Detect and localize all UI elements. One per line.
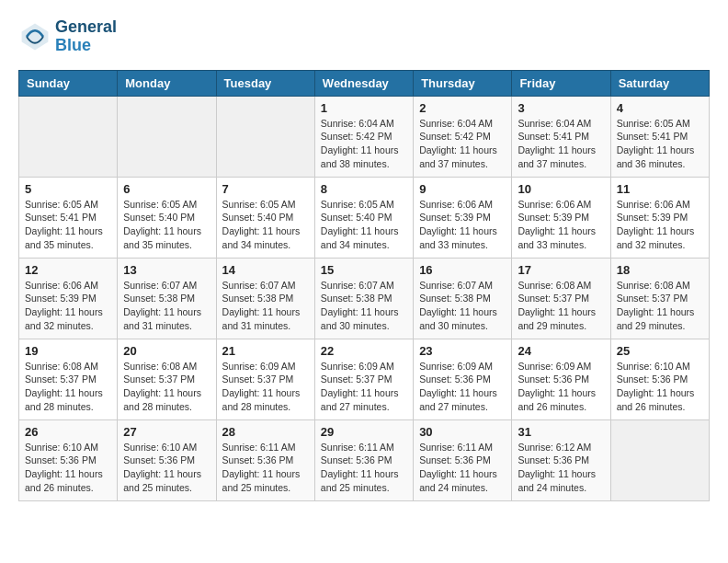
day-number: 3 bbox=[518, 101, 604, 115]
day-number: 31 bbox=[518, 425, 604, 439]
calendar-cell: 6Sunrise: 6:05 AMSunset: 5:40 PMDaylight… bbox=[118, 177, 216, 258]
day-number: 14 bbox=[222, 263, 309, 277]
calendar-cell: 22Sunrise: 6:09 AMSunset: 5:37 PMDayligh… bbox=[314, 339, 413, 419]
day-info: Sunrise: 6:10 AMSunset: 5:36 PMDaylight:… bbox=[617, 360, 703, 414]
day-number: 20 bbox=[123, 344, 210, 358]
calendar-cell: 16Sunrise: 6:07 AMSunset: 5:38 PMDayligh… bbox=[414, 258, 512, 339]
calendar-cell: 5Sunrise: 6:05 AMSunset: 5:41 PMDaylight… bbox=[19, 177, 118, 258]
day-info: Sunrise: 6:05 AMSunset: 5:41 PMDaylight:… bbox=[617, 117, 703, 171]
day-info: Sunrise: 6:09 AMSunset: 5:37 PMDaylight:… bbox=[321, 360, 407, 414]
calendar-cell: 11Sunrise: 6:06 AMSunset: 5:39 PMDayligh… bbox=[610, 177, 709, 258]
calendar-cell: 19Sunrise: 6:08 AMSunset: 5:37 PMDayligh… bbox=[19, 339, 118, 419]
day-info: Sunrise: 6:06 AMSunset: 5:39 PMDaylight:… bbox=[617, 198, 703, 252]
calendar-cell: 23Sunrise: 6:09 AMSunset: 5:36 PMDayligh… bbox=[414, 339, 512, 419]
day-number: 13 bbox=[123, 263, 210, 277]
calendar-cell: 26Sunrise: 6:10 AMSunset: 5:36 PMDayligh… bbox=[19, 419, 118, 500]
calendar-cell: 30Sunrise: 6:11 AMSunset: 5:36 PMDayligh… bbox=[414, 419, 512, 500]
weekday-header-thursday: Thursday bbox=[414, 70, 512, 96]
day-info: Sunrise: 6:09 AMSunset: 5:36 PMDaylight:… bbox=[419, 360, 506, 414]
day-info: Sunrise: 6:04 AMSunset: 5:42 PMDaylight:… bbox=[419, 117, 506, 171]
weekday-header-sunday: Sunday bbox=[19, 70, 118, 96]
day-info: Sunrise: 6:06 AMSunset: 5:39 PMDaylight:… bbox=[518, 198, 604, 252]
calendar-cell: 2Sunrise: 6:04 AMSunset: 5:42 PMDaylight… bbox=[414, 96, 512, 177]
day-info: Sunrise: 6:04 AMSunset: 5:42 PMDaylight:… bbox=[321, 117, 407, 171]
day-number: 22 bbox=[321, 344, 407, 358]
calendar-week-5: 26Sunrise: 6:10 AMSunset: 5:36 PMDayligh… bbox=[19, 419, 710, 500]
day-number: 10 bbox=[518, 182, 604, 196]
calendar-cell bbox=[19, 96, 118, 177]
day-info: Sunrise: 6:06 AMSunset: 5:39 PMDaylight:… bbox=[419, 198, 506, 252]
day-number: 4 bbox=[617, 101, 703, 115]
day-info: Sunrise: 6:11 AMSunset: 5:36 PMDaylight:… bbox=[321, 441, 407, 495]
logo-text: General Blue bbox=[55, 18, 117, 55]
calendar-cell: 24Sunrise: 6:09 AMSunset: 5:36 PMDayligh… bbox=[512, 339, 610, 419]
calendar-cell: 3Sunrise: 6:04 AMSunset: 5:41 PMDaylight… bbox=[512, 96, 610, 177]
day-info: Sunrise: 6:11 AMSunset: 5:36 PMDaylight:… bbox=[419, 441, 506, 495]
calendar-cell: 14Sunrise: 6:07 AMSunset: 5:38 PMDayligh… bbox=[216, 258, 314, 339]
calendar-cell: 17Sunrise: 6:08 AMSunset: 5:37 PMDayligh… bbox=[512, 258, 610, 339]
calendar-cell: 12Sunrise: 6:06 AMSunset: 5:39 PMDayligh… bbox=[19, 258, 118, 339]
page-header: General Blue bbox=[18, 18, 710, 55]
day-info: Sunrise: 6:08 AMSunset: 5:37 PMDaylight:… bbox=[617, 279, 703, 333]
calendar-cell: 15Sunrise: 6:07 AMSunset: 5:38 PMDayligh… bbox=[314, 258, 413, 339]
calendar-cell: 25Sunrise: 6:10 AMSunset: 5:36 PMDayligh… bbox=[610, 339, 709, 419]
weekday-header-wednesday: Wednesday bbox=[314, 70, 413, 96]
svg-marker-0 bbox=[22, 23, 49, 50]
day-info: Sunrise: 6:10 AMSunset: 5:36 PMDaylight:… bbox=[123, 441, 210, 495]
calendar-cell: 27Sunrise: 6:10 AMSunset: 5:36 PMDayligh… bbox=[118, 419, 216, 500]
calendar-cell: 7Sunrise: 6:05 AMSunset: 5:40 PMDaylight… bbox=[216, 177, 314, 258]
day-number: 17 bbox=[518, 263, 604, 277]
day-info: Sunrise: 6:11 AMSunset: 5:36 PMDaylight:… bbox=[222, 441, 309, 495]
calendar-week-2: 5Sunrise: 6:05 AMSunset: 5:41 PMDaylight… bbox=[19, 177, 710, 258]
calendar-table: SundayMondayTuesdayWednesdayThursdayFrid… bbox=[18, 70, 710, 501]
weekday-header-friday: Friday bbox=[512, 70, 610, 96]
day-info: Sunrise: 6:08 AMSunset: 5:37 PMDaylight:… bbox=[518, 279, 604, 333]
day-number: 27 bbox=[123, 425, 210, 439]
day-number: 6 bbox=[123, 182, 210, 196]
logo: General Blue bbox=[18, 18, 117, 55]
weekday-header-saturday: Saturday bbox=[610, 70, 709, 96]
day-info: Sunrise: 6:07 AMSunset: 5:38 PMDaylight:… bbox=[321, 279, 407, 333]
day-info: Sunrise: 6:06 AMSunset: 5:39 PMDaylight:… bbox=[25, 279, 111, 333]
calendar-cell bbox=[118, 96, 216, 177]
day-info: Sunrise: 6:07 AMSunset: 5:38 PMDaylight:… bbox=[123, 279, 210, 333]
calendar-cell: 20Sunrise: 6:08 AMSunset: 5:37 PMDayligh… bbox=[118, 339, 216, 419]
day-number: 7 bbox=[222, 182, 309, 196]
day-number: 2 bbox=[419, 101, 506, 115]
calendar-cell: 18Sunrise: 6:08 AMSunset: 5:37 PMDayligh… bbox=[610, 258, 709, 339]
calendar-week-3: 12Sunrise: 6:06 AMSunset: 5:39 PMDayligh… bbox=[19, 258, 710, 339]
day-number: 21 bbox=[222, 344, 309, 358]
day-number: 28 bbox=[222, 425, 309, 439]
calendar-cell: 4Sunrise: 6:05 AMSunset: 5:41 PMDaylight… bbox=[610, 96, 709, 177]
day-number: 24 bbox=[518, 344, 604, 358]
day-number: 16 bbox=[419, 263, 506, 277]
day-info: Sunrise: 6:05 AMSunset: 5:41 PMDaylight:… bbox=[25, 198, 111, 252]
calendar-cell: 31Sunrise: 6:12 AMSunset: 5:36 PMDayligh… bbox=[512, 419, 610, 500]
calendar-cell bbox=[216, 96, 314, 177]
day-number: 5 bbox=[25, 182, 111, 196]
day-info: Sunrise: 6:05 AMSunset: 5:40 PMDaylight:… bbox=[222, 198, 309, 252]
day-number: 18 bbox=[617, 263, 703, 277]
day-number: 15 bbox=[321, 263, 407, 277]
calendar-cell: 13Sunrise: 6:07 AMSunset: 5:38 PMDayligh… bbox=[118, 258, 216, 339]
day-info: Sunrise: 6:05 AMSunset: 5:40 PMDaylight:… bbox=[321, 198, 407, 252]
day-number: 19 bbox=[25, 344, 111, 358]
day-info: Sunrise: 6:09 AMSunset: 5:36 PMDaylight:… bbox=[518, 360, 604, 414]
day-number: 29 bbox=[321, 425, 407, 439]
calendar-week-4: 19Sunrise: 6:08 AMSunset: 5:37 PMDayligh… bbox=[19, 339, 710, 419]
day-number: 30 bbox=[419, 425, 506, 439]
day-info: Sunrise: 6:08 AMSunset: 5:37 PMDaylight:… bbox=[123, 360, 210, 414]
day-info: Sunrise: 6:05 AMSunset: 5:40 PMDaylight:… bbox=[123, 198, 210, 252]
calendar-week-1: 1Sunrise: 6:04 AMSunset: 5:42 PMDaylight… bbox=[19, 96, 710, 177]
logo-icon bbox=[18, 20, 51, 53]
calendar-cell: 1Sunrise: 6:04 AMSunset: 5:42 PMDaylight… bbox=[314, 96, 413, 177]
day-number: 11 bbox=[617, 182, 703, 196]
calendar-cell: 9Sunrise: 6:06 AMSunset: 5:39 PMDaylight… bbox=[414, 177, 512, 258]
day-info: Sunrise: 6:07 AMSunset: 5:38 PMDaylight:… bbox=[419, 279, 506, 333]
day-number: 23 bbox=[419, 344, 506, 358]
day-number: 8 bbox=[321, 182, 407, 196]
day-number: 1 bbox=[321, 101, 407, 115]
calendar-cell: 29Sunrise: 6:11 AMSunset: 5:36 PMDayligh… bbox=[314, 419, 413, 500]
day-info: Sunrise: 6:12 AMSunset: 5:36 PMDaylight:… bbox=[518, 441, 604, 495]
day-info: Sunrise: 6:07 AMSunset: 5:38 PMDaylight:… bbox=[222, 279, 309, 333]
